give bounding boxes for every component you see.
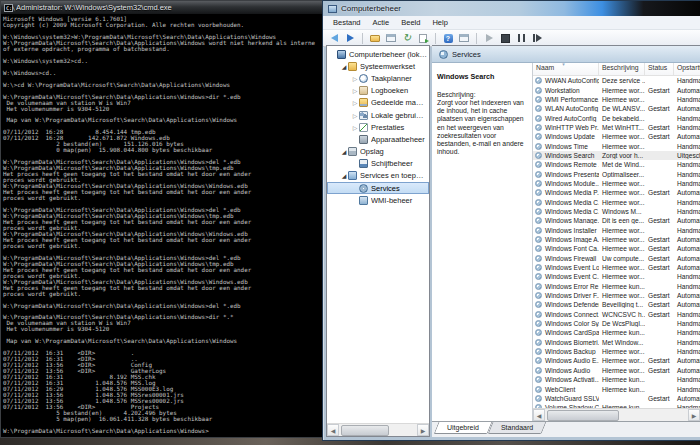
service-row[interactable]: Windows FirewallUw compute...GestartAuto… bbox=[533, 254, 700, 263]
service-row[interactable]: Windows BackupHiermee wor...Handmatig bbox=[533, 347, 700, 356]
tree-item-task-scheduler[interactable]: ▷Taakplanner bbox=[327, 72, 429, 84]
forward-icon[interactable] bbox=[343, 32, 357, 45]
service-row[interactable]: Windows Event LogHiermee wor...GestartAu… bbox=[533, 263, 700, 272]
service-startup-type: Automatisch bbox=[674, 264, 700, 271]
pause-service-icon[interactable] bbox=[514, 32, 528, 45]
service-description: Hiermee wor... bbox=[599, 227, 645, 234]
tree-item-shared-folders[interactable]: ▷Gedeelde mappen bbox=[327, 97, 429, 109]
service-row[interactable]: Windows Module...Hiermee wor...Handmatig bbox=[533, 179, 700, 188]
service-row[interactable]: Wired AutoConfigDe bekabeld...Handmatig bbox=[533, 113, 700, 122]
cmd-titlebar[interactable]: C:\ Administrator: W:\Windows\System32\c… bbox=[1, 1, 330, 15]
column-header-status[interactable]: Status bbox=[645, 63, 674, 75]
tree-item-device-manager[interactable]: Apparaatbeheer bbox=[327, 133, 429, 145]
tree-item-disk-management[interactable]: Schijfbeheer bbox=[327, 158, 429, 170]
expander-open-icon[interactable]: ◢ bbox=[340, 63, 348, 70]
scroll-right-icon[interactable]: ▶ bbox=[688, 409, 700, 421]
tree-item-computer-management-local[interactable]: Computerbeheer (lokaal) bbox=[327, 48, 429, 60]
tree-item-services-applications[interactable]: ◢Services en toepassingen bbox=[327, 170, 429, 182]
service-row[interactable]: Windows UpdateHiermee wor...GestartAutom… bbox=[533, 132, 700, 141]
help-icon[interactable]: ? bbox=[441, 32, 455, 45]
expander-closed-icon[interactable]: ▷ bbox=[351, 99, 359, 106]
service-row[interactable]: Windows AudioHiermee wor...GestartAutoma… bbox=[533, 366, 700, 375]
terminal-output[interactable]: Microsoft Windows [versie 6.1.7601]Copyr… bbox=[1, 14, 330, 437]
menu-item-beeld[interactable]: Beeld bbox=[395, 18, 426, 27]
tree-item-system-tools[interactable]: ◢Systeemwerkset bbox=[327, 60, 429, 72]
service-row[interactable]: Windows Biometri...Met Window...Handmati… bbox=[533, 338, 700, 347]
expander-closed-icon[interactable]: ▷ bbox=[351, 87, 359, 94]
show-console-tree-icon[interactable] bbox=[368, 32, 382, 45]
service-row[interactable]: Windows Event C...Hiermee wor...Handmati… bbox=[533, 272, 700, 281]
tree-scroll-track[interactable] bbox=[339, 424, 417, 436]
service-row[interactable]: Windows InstallerHiermee wor...Handmatig bbox=[533, 226, 700, 235]
service-row[interactable]: Windows Remote ...Met de Wind...Handmati… bbox=[533, 160, 700, 169]
service-row[interactable]: Windows SearchZorgt voor h...Uitgeschake… bbox=[533, 151, 700, 160]
service-startup-type: Automatisch bbox=[674, 367, 700, 374]
service-name: Workstation bbox=[542, 87, 599, 94]
service-row[interactable]: WWAN AutoConfigDeze service ...Handmatig bbox=[533, 76, 700, 85]
list-horizontal-scrollbar[interactable]: ◀ ▶ bbox=[533, 408, 700, 421]
menu-item-actie[interactable]: Actie bbox=[367, 18, 396, 27]
scroll-left-icon[interactable]: ◀ bbox=[327, 424, 339, 436]
expander-open-icon[interactable]: ◢ bbox=[340, 148, 348, 155]
service-row[interactable]: Windows Image A...Hiermee wor...GestartA… bbox=[533, 235, 700, 244]
expander-closed-icon[interactable]: ▷ bbox=[351, 124, 359, 131]
service-row[interactable]: Windows CardSpa...Hiermee kun...Handmati… bbox=[533, 328, 700, 337]
scroll-left-icon[interactable]: ◀ bbox=[533, 409, 545, 421]
service-row[interactable]: WebClientHiermee kun...Handmatig bbox=[533, 384, 700, 393]
service-row[interactable]: Windows TimeHiermee wor...Handmatig bbox=[533, 141, 700, 150]
service-row[interactable]: Windows Media P...Hiermee wor...GestartA… bbox=[533, 188, 700, 197]
service-row[interactable]: Windows Color Sy...De WcsPlugI...Handmat… bbox=[533, 319, 700, 328]
service-description: Windows M... bbox=[599, 208, 645, 215]
service-row[interactable]: Windows Manage...Dit is een ge...Gestart… bbox=[533, 216, 700, 225]
tree-item-local-users-groups[interactable]: ▷Lokale gebruikers en groepen bbox=[327, 109, 429, 121]
service-row[interactable]: Windows DefenderBeveiliging t...GestartA… bbox=[533, 300, 700, 309]
column-header-opstarttype[interactable]: Opstarttype bbox=[674, 63, 700, 75]
service-description-pane: Windows Search Beschrijving: Zorgt voor … bbox=[432, 63, 533, 421]
service-row[interactable]: Windows Error Re...Hiermee kun...Handmat… bbox=[533, 282, 700, 291]
expander-open-icon[interactable]: ◢ bbox=[340, 172, 348, 179]
restart-service-icon[interactable] bbox=[530, 32, 544, 45]
tree-item-performance[interactable]: ▷Prestaties bbox=[327, 121, 429, 133]
expander-closed-icon[interactable]: ▷ bbox=[351, 112, 359, 119]
service-row[interactable]: Windows Driver F...Hiermee wor...Gestart… bbox=[533, 291, 700, 300]
service-row[interactable]: Windows Media C...Windows M...Handmatig bbox=[533, 207, 700, 216]
service-row[interactable]: WorkstationHiermee wor...GestartAutomati… bbox=[533, 85, 700, 94]
tree-item-services[interactable]: Services bbox=[327, 182, 429, 194]
computer-management-icon bbox=[328, 5, 337, 13]
start-service-icon[interactable] bbox=[482, 32, 496, 45]
stop-service-icon[interactable] bbox=[498, 32, 512, 45]
tree-scroll-thumb[interactable] bbox=[341, 425, 389, 436]
services-list: WWAN AutoConfigDeze service ...Handmatig… bbox=[533, 76, 700, 408]
list-scroll-thumb[interactable] bbox=[547, 410, 619, 421]
service-row[interactable]: WatchGuard SSLV...GestartAutomatisch bbox=[533, 394, 700, 403]
mmc-titlebar[interactable]: Computerbeheer bbox=[323, 1, 700, 16]
service-row[interactable]: WMI Performance...Hiermee wor...Handmati… bbox=[533, 95, 700, 104]
tree-horizontal-scrollbar[interactable]: ◀ ▶ bbox=[327, 423, 429, 436]
menu-item-help[interactable]: Help bbox=[426, 18, 453, 27]
list-scroll-track[interactable] bbox=[545, 409, 688, 421]
column-header-naam[interactable]: Naam▾ bbox=[533, 63, 599, 75]
tab-uitgebreid[interactable]: Uitgebreid bbox=[436, 422, 490, 434]
column-header-beschrijving[interactable]: Beschrijving bbox=[599, 63, 645, 75]
export-list-icon[interactable] bbox=[416, 32, 430, 45]
tree-item-event-viewer[interactable]: ▷Logboeken bbox=[327, 85, 429, 97]
action-pane-icon[interactable] bbox=[457, 32, 471, 45]
service-row[interactable]: Windows Connect...WCNCSVC h...GestartHan… bbox=[533, 310, 700, 319]
mmc-content: Computerbeheer (lokaal)◢Systeemwerkset▷T… bbox=[326, 45, 700, 437]
tree-item-storage[interactable]: ◢Opslag bbox=[327, 146, 429, 158]
back-icon[interactable] bbox=[327, 32, 341, 45]
service-row[interactable]: Windows Audio E...Hiermee wor...GestartA… bbox=[533, 356, 700, 365]
properties-icon[interactable] bbox=[384, 32, 398, 45]
service-row[interactable]: Windows Activati...Hiermee kun...Handmat… bbox=[533, 375, 700, 384]
service-row[interactable]: Windows Media C...Hiermee wor...Handmati… bbox=[533, 197, 700, 206]
service-row[interactable]: WLAN AutoConfigDe WLANSV...GestartAutoma… bbox=[533, 104, 700, 113]
menu-item-bestand[interactable]: Bestand bbox=[327, 18, 367, 27]
service-row[interactable]: Windows Font Ca...Hiermee wor...GestartA… bbox=[533, 244, 700, 253]
service-row[interactable]: Windows Presenta...Optimaliseer...Handma… bbox=[533, 169, 700, 178]
service-row[interactable]: WinHTTP Web Pr...Met WinHTT...GestartHan… bbox=[533, 123, 700, 132]
scroll-right-icon[interactable]: ▶ bbox=[417, 424, 429, 436]
refresh-icon[interactable]: ↻ bbox=[400, 32, 414, 45]
tree-item-wmi-control[interactable]: WMI-beheer bbox=[327, 194, 429, 206]
expander-closed-icon[interactable]: ▷ bbox=[351, 75, 359, 82]
tab-standaard[interactable]: Standaard bbox=[490, 422, 544, 434]
